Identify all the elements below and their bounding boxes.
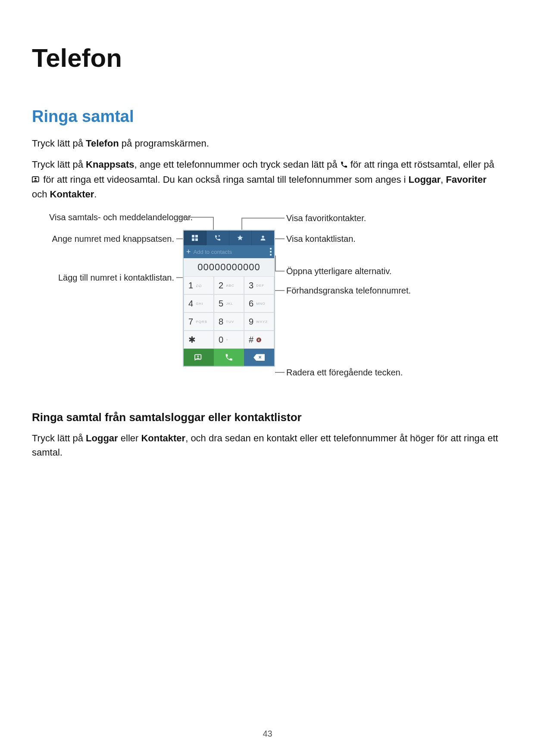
key-digit: 1	[188, 281, 193, 291]
dialer-figure: Visa samtals- och meddelandeloggar. Ange…	[32, 208, 503, 389]
subsection-heading: Ringa samtal från samtalsloggar eller ko…	[32, 411, 503, 424]
keypad: 1⌕⌕ 2ABC 3DEF 4GHI 5JKL 6MNO 7PQRS 8TUV …	[184, 276, 274, 349]
key-letters: PQRS	[196, 320, 207, 324]
tab-keypad[interactable]	[184, 231, 206, 245]
number-display: 00000000000	[184, 258, 274, 276]
star-icon	[237, 234, 244, 241]
key-3[interactable]: 3DEF	[244, 276, 274, 294]
callout-menu: Öppna ytterligare alternativ.	[286, 266, 391, 276]
key-9[interactable]: 9WXYZ	[244, 312, 274, 331]
add-to-contacts-label: Add to contacts	[194, 249, 232, 255]
text: Tryck lätt på	[32, 159, 86, 170]
callout-backspace: Radera ett föregående tecken.	[286, 368, 403, 378]
logs-icon	[214, 234, 221, 241]
voice-call-button[interactable]	[214, 349, 244, 366]
video-call-icon	[32, 173, 41, 187]
key-digit: 5	[219, 299, 223, 309]
key-digit: 4	[188, 299, 193, 309]
svg-point-1	[34, 178, 36, 180]
key-digit: 6	[249, 299, 253, 309]
subsection-body: Tryck lätt på Loggar eller Kontakter, oc…	[32, 431, 503, 459]
callout-logs: Visa samtals- och meddelandeloggar.	[49, 212, 174, 222]
phone-icon	[340, 158, 348, 172]
key-digit: #	[249, 335, 253, 345]
bold-loggar-2: Loggar	[86, 433, 118, 444]
key-2[interactable]: 2ABC	[214, 276, 244, 294]
key-8[interactable]: 8TUV	[214, 312, 244, 331]
tab-logs[interactable]	[206, 231, 229, 245]
video-call-icon	[194, 353, 203, 361]
text: för att ringa ett röstsamtal, eller på	[350, 159, 494, 170]
text: för att ringa ett videosamtal. Du kan oc…	[43, 174, 408, 185]
backspace-icon	[253, 354, 265, 361]
page-number: 43	[0, 729, 535, 739]
key-digit: ✱	[188, 334, 196, 345]
tab-bar	[184, 231, 274, 245]
bold-telefon: Telefon	[86, 138, 119, 149]
text: Tryck lätt på	[32, 433, 86, 444]
key-4[interactable]: 4GHI	[184, 294, 214, 312]
key-letters: +	[226, 338, 228, 342]
voicemail-icon: ⌕⌕	[196, 282, 202, 288]
phone-icon	[225, 353, 233, 362]
callout-favorites: Visa favoritkontakter.	[286, 213, 366, 223]
bold-loggar: Loggar	[409, 174, 441, 185]
key-letters: GHI	[196, 302, 203, 306]
key-letters: TUV	[226, 320, 234, 324]
key-7[interactable]: 7PQRS	[184, 312, 214, 331]
text: på programskärmen.	[119, 138, 209, 149]
video-call-button[interactable]	[184, 349, 214, 366]
tab-favorites[interactable]	[229, 231, 252, 245]
dialer-screenshot: + Add to contacts 00000000000 1⌕⌕ 2ABC 3…	[183, 230, 275, 367]
text: eller	[118, 433, 141, 444]
callout-contacts: Visa kontaktlistan.	[286, 234, 356, 244]
section-heading: Ringa samtal	[32, 107, 503, 126]
key-5[interactable]: 5JKL	[214, 294, 244, 312]
key-6[interactable]: 6MNO	[244, 294, 274, 312]
text: Tryck lätt på	[32, 138, 86, 149]
key-letters: MNO	[256, 302, 266, 306]
text: , ange ett telefonnummer och tryck sedan…	[135, 159, 340, 170]
callout-add-contact: Lägg till numret i kontaktlistan.	[41, 273, 174, 283]
key-digit: 8	[219, 317, 223, 327]
add-to-contacts-row[interactable]: + Add to contacts	[184, 245, 274, 258]
bold-kontakter-2: Kontakter	[141, 433, 185, 444]
text: och	[32, 189, 50, 200]
key-1[interactable]: 1⌕⌕	[184, 276, 214, 294]
key-0[interactable]: 0+	[214, 331, 244, 349]
callout-keypad: Ange numret med knappsatsen.	[41, 234, 174, 244]
key-digit: 3	[249, 281, 253, 291]
bold-kontakter: Kontakter	[50, 189, 94, 200]
key-digit: 2	[219, 281, 223, 291]
key-letters: ABC	[226, 284, 234, 287]
intro-paragraph-2: Tryck lätt på Knappsats, ange ett telefo…	[32, 157, 503, 201]
keypad-icon	[191, 234, 198, 241]
svg-rect-4	[192, 238, 194, 241]
bold-favoriter: Favoriter	[446, 174, 486, 185]
mute-icon: 🔇	[256, 337, 262, 342]
backspace-button[interactable]	[244, 349, 274, 366]
svg-point-6	[262, 236, 264, 238]
svg-rect-2	[192, 235, 194, 237]
overflow-menu-icon[interactable]	[270, 248, 272, 256]
svg-rect-5	[195, 238, 198, 241]
key-letters: WXYZ	[256, 320, 268, 324]
callout-preview: Förhandsgranska telefonnumret.	[286, 286, 411, 296]
intro-paragraph-1: Tryck lätt på Telefon på programskärmen.	[32, 136, 503, 150]
contact-icon	[260, 234, 266, 241]
bold-knappsats: Knappsats	[86, 159, 134, 170]
text: ,	[441, 174, 446, 185]
key-digit: 0	[219, 335, 223, 345]
key-digit: 7	[188, 317, 193, 327]
svg-rect-3	[195, 235, 198, 237]
text: .	[94, 189, 97, 200]
action-row	[184, 349, 274, 366]
key-star[interactable]: ✱	[184, 331, 214, 349]
svg-point-8	[197, 356, 199, 357]
tab-contacts[interactable]	[252, 231, 274, 245]
page-title: Telefon	[32, 43, 503, 73]
plus-icon: +	[186, 247, 191, 256]
key-hash[interactable]: #🔇	[244, 331, 274, 349]
key-digit: 9	[249, 317, 253, 327]
key-letters: JKL	[226, 302, 233, 306]
